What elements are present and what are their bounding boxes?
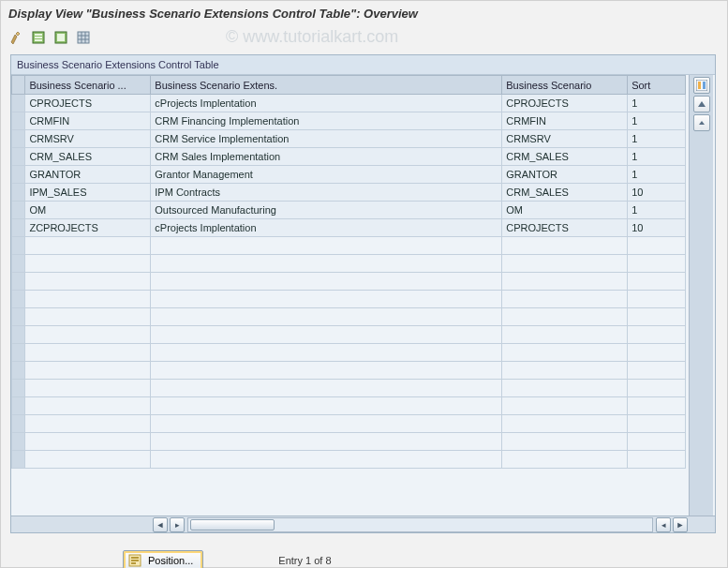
table-row[interactable]: CRMFINCRM Financing ImplementationCRMFIN… (12, 112, 686, 130)
cell-empty (151, 291, 502, 308)
hscroll-track[interactable] (187, 517, 653, 532)
cell-empty (25, 362, 151, 380)
cell-empty (502, 273, 628, 291)
row-selector[interactable] (12, 237, 25, 255)
deselect-all-icon[interactable] (52, 28, 70, 47)
cell-empty (502, 415, 628, 433)
cell-empty (628, 415, 686, 433)
row-selector[interactable] (12, 362, 25, 380)
col-header-scenario-ext-desc[interactable]: Business Scenario Extens. (151, 76, 502, 95)
cell: GRANTOR (502, 166, 628, 184)
cell: CRM_SALES (502, 148, 628, 166)
col-header-sort[interactable]: Sort (628, 76, 686, 95)
cell-empty (151, 433, 502, 451)
row-selector-header[interactable] (12, 76, 25, 95)
cell-empty (25, 291, 151, 308)
row-selector[interactable] (12, 273, 25, 291)
cell-empty (628, 237, 686, 255)
cell-empty (502, 237, 628, 255)
row-selector[interactable] (12, 344, 25, 362)
row-selector[interactable] (12, 202, 25, 219)
row-selector[interactable] (12, 291, 25, 308)
cell-empty (502, 326, 628, 344)
cell: CRM_SALES (25, 148, 151, 166)
cell-empty (628, 451, 686, 469)
table-row[interactable]: ZCPROJECTScProjects ImplentationCPROJECT… (12, 219, 686, 237)
col-header-business-scenario[interactable]: Business Scenario (502, 76, 628, 95)
table-row[interactable]: OMOutsourced ManufacturingOM1 (12, 202, 686, 219)
cell: OM (25, 202, 151, 219)
tool-icon-1[interactable] (7, 28, 25, 47)
hscroll-thumb[interactable] (190, 519, 275, 531)
cell-empty (151, 237, 502, 255)
row-selector[interactable] (12, 184, 25, 202)
row-selector[interactable] (12, 415, 25, 433)
cell: CRMFIN (502, 112, 628, 130)
table-row[interactable]: CRMSRVCRM Service ImplementationCRMSRV1 (12, 130, 686, 148)
row-selector[interactable] (12, 112, 25, 130)
position-button[interactable]: Position... (123, 550, 203, 568)
cell-empty (628, 291, 686, 308)
cell-empty (151, 397, 502, 415)
table-row-empty (12, 433, 686, 451)
table-row-empty (12, 451, 686, 469)
hscroll-step-right-icon[interactable]: ◂ (656, 517, 671, 532)
row-selector[interactable] (12, 308, 25, 326)
row-selector[interactable] (12, 380, 25, 397)
table-row[interactable]: GRANTORGrantor ManagementGRANTOR1 (12, 166, 686, 184)
cell: 10 (628, 184, 686, 202)
cell-empty (628, 344, 686, 362)
cell-empty (628, 397, 686, 415)
row-selector[interactable] (12, 255, 25, 273)
scroll-up-icon[interactable] (693, 114, 710, 131)
row-selector[interactable] (12, 95, 25, 112)
table-row-empty (12, 362, 686, 380)
cell: CRM Sales Implementation (151, 148, 502, 166)
row-selector[interactable] (12, 148, 25, 166)
table-row-empty (12, 415, 686, 433)
select-all-icon[interactable] (29, 28, 48, 47)
cell: 1 (628, 112, 686, 130)
row-selector[interactable] (12, 130, 25, 148)
cell: 1 (628, 95, 686, 112)
row-selector[interactable] (12, 451, 25, 469)
table-row[interactable]: IPM_SALESIPM ContractsCRM_SALES10 (12, 184, 686, 202)
entry-counter: Entry 1 of 8 (278, 555, 331, 566)
hscroll-right-icon[interactable]: ► (673, 517, 688, 532)
configure-columns-icon[interactable] (693, 77, 710, 94)
cell-empty (502, 433, 628, 451)
table-panel: Business Scenario Extensions Control Tab… (10, 54, 716, 533)
hscroll-step-left-icon[interactable]: ▸ (170, 517, 185, 532)
cell-empty (151, 344, 502, 362)
svg-rect-1 (35, 34, 42, 36)
cell: 1 (628, 130, 686, 148)
cell-empty (628, 433, 686, 451)
row-selector[interactable] (12, 433, 25, 451)
table-row[interactable]: CPROJECTScProjects ImplentationCPROJECTS… (12, 95, 686, 112)
table-settings-icon[interactable] (74, 28, 93, 47)
cell-empty (502, 344, 628, 362)
svg-rect-6 (78, 32, 89, 43)
col-header-scenario-ext-id[interactable]: Business Scenario ... (25, 76, 151, 95)
table-row-empty (12, 344, 686, 362)
hscroll-left-icon[interactable]: ◄ (153, 517, 168, 532)
scroll-top-icon[interactable] (693, 96, 710, 112)
row-selector[interactable] (12, 326, 25, 344)
position-button-label: Position... (148, 555, 193, 566)
cell-empty (25, 273, 151, 291)
cell-empty (151, 255, 502, 273)
cell-empty (628, 362, 686, 380)
panel-title: Business Scenario Extensions Control Tab… (11, 55, 715, 75)
row-selector[interactable] (12, 166, 25, 184)
row-selector[interactable] (12, 397, 25, 415)
cell: IPM_SALES (25, 184, 151, 202)
table-row-empty (12, 237, 686, 255)
row-selector[interactable] (12, 219, 25, 237)
svg-rect-17 (131, 557, 139, 559)
cell-empty (25, 451, 151, 469)
cell-empty (628, 255, 686, 273)
cell-empty (628, 308, 686, 326)
table-row[interactable]: CRM_SALESCRM Sales ImplementationCRM_SAL… (12, 148, 686, 166)
table-row-empty (12, 326, 686, 344)
cell-empty (151, 415, 502, 433)
